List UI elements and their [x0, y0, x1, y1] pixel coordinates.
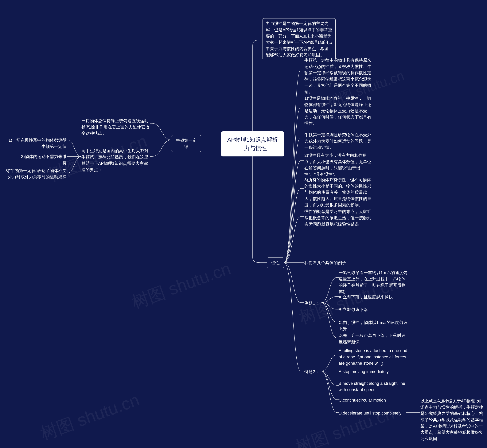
example2-c: C.continuecircular motion — [339, 397, 408, 403]
r-t5: 3)所有的物体都有惯性，但不同物体的惯性大小是不同的。物体的惯性只与物体的质量有… — [304, 177, 375, 208]
intro-text: 力与惯性是牛顿第一定律的主要内容，也是AP物理1知识点中的非常重要的一部分。下面… — [266, 21, 332, 57]
r-t3: 牛顿第一定律则是研究物体在不受外力或外力为零时如何运动的问题，是一条运动定律。 — [304, 132, 375, 151]
watermark: 树图 shutu.cn — [37, 388, 143, 446]
root-node[interactable]: AP物理1知识点解析一力与惯性 — [221, 131, 284, 156]
intro-box: 力与惯性是牛顿第一定律的主要内容，也是AP物理1知识点中的非常重要的一部分。下面… — [263, 18, 336, 60]
example1-a: A.立即下落，且速度越来越快 — [339, 294, 408, 300]
r-t6: 惯性的概念是学习中的难点，大家经常把概念背的滚瓜烂熟，但一接触到实际问题就容易犯… — [304, 208, 375, 227]
example2-q: A rolling stone is attached to one end o… — [339, 347, 408, 366]
left-p2: 2)物体的运动不需力来维持 — [21, 153, 67, 166]
left-p1: 1)一切在惯性系中的物体都遵循牛顿第一定律 — [6, 137, 67, 150]
r-t4: 2)惯性只有大小，没有方向和作用点，而大小也没有具体数值，无单位;在解答问题时，… — [304, 152, 375, 177]
connector-lines — [0, 0, 487, 448]
r-t2: 1)惯性是物体本身的一种属性，一切物体都有惯性，即无论物体是静止还是运动，无论物… — [304, 95, 375, 127]
example1-d: D.先上升一段距离再下落，下落时速度越来越快 — [339, 332, 408, 345]
left-branch-label: 牛顿第一定律 — [176, 138, 197, 149]
r-t1: 牛顿第一定律中的物体具有保持原来运动状态的性质，又被称为惯性。牛顿第一定律经常被… — [304, 57, 375, 95]
example2-d: D.decelerate until stop completely — [339, 410, 406, 416]
left-p3: 3)"牛顿第一定律"表达了物体不受外力时或外力为零时的运动规律 — [3, 168, 67, 180]
example1-c: C.由于惯性，物体以1 m/s的速度匀速上升 — [339, 319, 408, 332]
right-branch-inertia[interactable]: 惯性 — [267, 257, 284, 268]
left-c1: 一切物体总保持静止或匀速直线运动状态,除非作用在它上面的力迫使它改变这种状态。 — [81, 118, 150, 136]
example1-label: 例题1： — [304, 300, 319, 306]
right-branch-label: 惯性 — [271, 260, 280, 265]
watermark: 树图 shutu.cn — [292, 401, 398, 448]
left-c2: 高中生特别是国内的高中生对大都对牛顿第一定律比较熟悉，我们在这里总结一下AP物理… — [81, 148, 150, 173]
left-branch-newton-first-law[interactable]: 牛顿第一定律 — [171, 135, 201, 152]
example2-label: 例题2： — [304, 368, 319, 375]
conclusion: 以上就是A加小编关于AP物理1知识点中力与惯性的解析，牛顿定律是研究经典力学的基… — [420, 398, 485, 442]
example1-q: 一氢气球吊着一重物以1 m/s的速度匀速竖直上升，在上升过程中，吊物体的绳子突然… — [339, 270, 408, 295]
example2-b: B.move straight along a straight line wi… — [339, 380, 408, 393]
example2-a: A.stop moving immediately — [339, 368, 408, 375]
example1-b: B.立即匀速下落 — [339, 306, 408, 313]
root-title: AP物理1知识点解析一力与惯性 — [227, 136, 278, 151]
watermark: 树图 shutu.cn — [129, 257, 234, 314]
r-examples-label: 我们看几个具体的例子 — [304, 260, 375, 266]
